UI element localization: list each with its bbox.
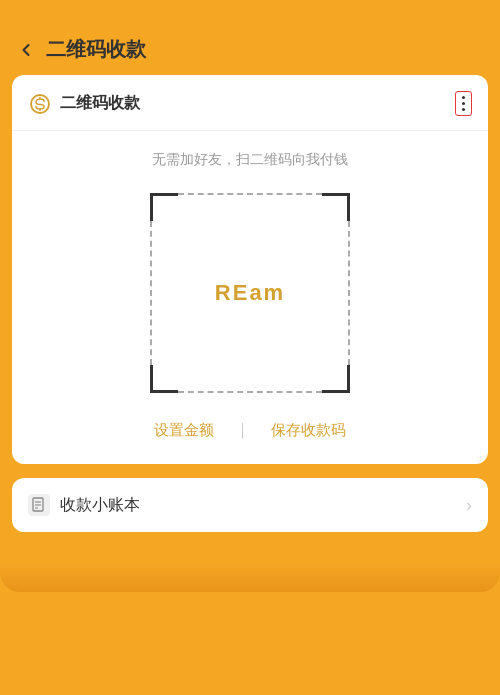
qr-border-bottom [178,391,322,393]
save-code-button[interactable]: 保存收款码 [243,421,374,440]
qr-border-left [150,221,152,365]
chevron-right-icon: › [466,495,472,516]
dot2 [462,102,465,105]
dot3 [462,108,465,111]
more-options-button[interactable] [455,91,472,116]
bottom-section: 收款小账本 › [12,478,488,532]
status-bar [0,0,500,28]
card-header-left: 二维码收款 [28,92,140,116]
card-content: 无需加好友，扫二维码向我付钱 REam 设置金额 保存收款码 [12,131,488,464]
header: 二维码收款 [0,28,500,75]
qr-border-top [178,193,322,195]
qr-corner-bl [150,365,178,393]
qr-corner-br [322,365,350,393]
qr-placeholder-text: REam [215,280,285,306]
qr-corner-tl [150,193,178,221]
qr-border-right [348,221,350,365]
subtitle-text: 无需加好友，扫二维码向我付钱 [152,151,348,169]
set-amount-button[interactable]: 设置金额 [126,421,242,440]
qr-corner-tr [322,193,350,221]
qr-code-container: REam [150,193,350,393]
qr-code: REam [150,193,350,393]
ledger-label: 收款小账本 [60,495,140,516]
page-title: 二维码收款 [46,36,484,63]
dot1 [462,96,465,99]
ledger-item[interactable]: 收款小账本 › [12,478,488,532]
card-title: 二维码收款 [60,93,140,114]
coin-icon [28,92,52,116]
main-card: 二维码收款 无需加好友，扫二维码向我付钱 REam [12,75,488,464]
bottom-item-left: 收款小账本 [28,494,140,516]
back-button[interactable] [16,40,36,60]
ledger-icon [28,494,50,516]
card-header: 二维码收款 [12,75,488,131]
action-row: 设置金额 保存收款码 [42,421,458,440]
bottom-decoration [0,532,500,592]
